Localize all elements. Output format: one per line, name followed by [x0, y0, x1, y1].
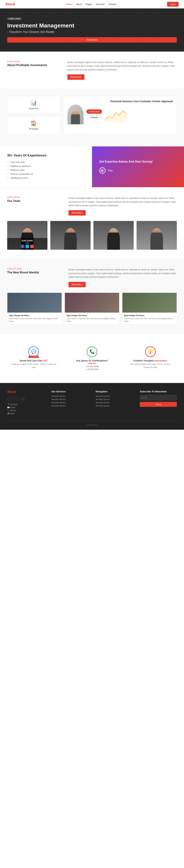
navbar: Stock Home About Pages Services Contact … [0, 0, 184, 8]
case-card-2-title: Eget Integer Sit Amet. [67, 314, 117, 316]
team-section: KNOW MORE Our Team Donec consequat sapie… [0, 187, 184, 259]
team-cta[interactable]: Read More [68, 210, 86, 216]
about-label: KNOW MORE [7, 61, 62, 63]
newsletter-input[interactable] [140, 395, 177, 400]
service-expenses[interactable]: 📊 Expenses [7, 96, 60, 114]
facebook-icon[interactable]: f [21, 245, 25, 248]
exp-title: 30+ Years Of Experiences [7, 154, 85, 157]
footer-nav-4: Security Service [96, 405, 133, 407]
case-card-3-title: Eget Integer Sit Amet. [124, 314, 175, 316]
case-cards: Eget Integer Sit Amet. Sed Pretium Lectu… [7, 292, 177, 324]
case-cta[interactable]: Read More [68, 282, 86, 287]
social-icons-1: f t in [9, 245, 46, 248]
footer-nav-3: Security Service [96, 402, 133, 404]
pill-investments[interactable]: Investments [86, 110, 102, 114]
team-overlay-1: Kelli Smith Ceo f t in [7, 238, 48, 250]
footer-nav-title: Navigation [96, 390, 133, 393]
footer-services: Our Services Security Service Security S… [51, 390, 88, 415]
contact-section: 💬 Live Support Email And Live Chat 24/7 … [0, 334, 184, 383]
phone-1: + 20 010 42340 [69, 365, 115, 368]
idea-title: Creative Thoughts Informatics [127, 359, 173, 362]
case-description: Donec consequat sapien ut leo cursus rho… [68, 268, 177, 279]
footer-linkedin[interactable]: in [20, 396, 25, 401]
team-cards: Kelli Smith Ceo f t in [7, 221, 177, 250]
linkedin-icon[interactable]: in [30, 245, 34, 248]
case-section: CASE STUDIES The New Brand Identity Done… [0, 259, 184, 333]
team-card-2 [50, 221, 91, 250]
footer-facebook[interactable]: f [7, 396, 12, 401]
team-label: KNOW MORE [7, 196, 61, 198]
hero-section: HOME / PAGE Investment Management - Tran… [0, 8, 184, 52]
exp-left: 30+ Years Of Experiences Cras iusto odio… [0, 146, 92, 187]
nav-home[interactable]: Home [66, 3, 72, 6]
team-role-1: Ceo [9, 242, 46, 244]
exp-item-5: Vestibulum at eros [7, 176, 85, 180]
nav-pages[interactable]: Pages [86, 3, 92, 6]
hero-cta[interactable]: Read More [7, 37, 177, 42]
case-card-3: Eget Integer Sit Amet. Sed Pretium Lectu… [122, 292, 177, 324]
nav-services[interactable]: Services [96, 3, 105, 6]
mortgage-label: Mortgage [11, 128, 56, 130]
case-top: CASE STUDIES The New Brand Identity Done… [7, 268, 177, 287]
about-section: KNOW MORE About Profitable Investments D… [0, 52, 184, 89]
footer-twitter[interactable]: t [14, 396, 19, 401]
case-card-1-title: Eget Integer Sit Amet. [9, 314, 60, 316]
team-left: KNOW MORE Our Team [7, 196, 61, 216]
newsletter-submit[interactable]: submit [140, 402, 177, 407]
services-top: 📊 Expenses 🏠 Mortgage Financial Services… [7, 96, 177, 134]
service-mortgage[interactable]: 🏠 Mortgage [7, 116, 60, 134]
nav-contact[interactable]: Contact [109, 3, 117, 6]
contact-chat: 💬 Live Support Email And Live Chat 24/7 … [7, 343, 60, 374]
play-label: Play [108, 169, 113, 172]
case-card-1-desc: Sed Pretium Lectus Non Risi. Elementum S… [9, 317, 60, 322]
idea-icon: 💡 [148, 349, 153, 354]
services-right-title: Financial Services Core Customer Centric… [67, 100, 173, 103]
footer-brand: Stock f t in 📍 Address 📧 Email 📞 Phone 🔗… [7, 390, 44, 415]
hero-title: Investment Management [7, 22, 177, 29]
case-label: CASE STUDIES [7, 268, 61, 270]
phone-2: + 20 010 3248 [69, 368, 115, 370]
footer-services-title: Our Services [51, 390, 88, 393]
login-button[interactable]: Login [167, 2, 179, 7]
team-name-1: Kelli Smith [9, 240, 46, 242]
team-right: Donec consequat sapien ut leo cursus rho… [68, 196, 177, 216]
idea-icon-wrap: 💡 [145, 346, 156, 357]
services-pills: Investments Finance [86, 110, 102, 120]
footer-navigation: Navigation Security Service Security Ser… [96, 390, 133, 415]
play-button[interactable]: ▶ [99, 167, 106, 174]
play-row: ▶ Play [99, 167, 113, 174]
contact-phone: 📞 Any Query Or Clarifications? Call Us +… [66, 343, 119, 374]
services-inner: Investments Finance [67, 104, 173, 124]
chart-svg [105, 107, 126, 122]
newsletter-title: Subscribe To Newsletter [140, 390, 177, 393]
experience-section: 30+ Years Of Experiences Cras iusto odio… [0, 146, 184, 187]
pill-finance[interactable]: Finance [86, 115, 102, 120]
footer-services-list: Security Service Security Service Securi… [51, 395, 88, 407]
about-description: Donec consequat sapien ut leo cursus rho… [67, 61, 177, 71]
exp-item-3: Morbi leo risus [7, 168, 85, 172]
exp-item-2: Dapibus ac facilisis in [7, 164, 85, 168]
footer-nav-1: Security Service [96, 395, 133, 397]
case-title: The New Brand Identity [7, 271, 61, 274]
about-title: About Profitable Investments [7, 64, 62, 67]
team-card-3 [93, 221, 134, 250]
contact-ideas: 💡 Creative Thoughts Informatics Riso ult… [124, 343, 177, 374]
idea-desc: Riso ultrices ligula sed magna Donec, su… [127, 363, 173, 369]
exp-item-1: Cras iusto odio [7, 160, 85, 164]
twitter-icon[interactable]: t [26, 245, 29, 248]
about-left: KNOW MORE About Profitable Investments [7, 61, 62, 80]
expenses-label: Expenses [11, 107, 56, 110]
contact-cards: 💬 Live Support Email And Live Chat 24/7 … [7, 343, 177, 374]
expenses-icon: 📊 [11, 100, 56, 106]
nav-about[interactable]: About [76, 3, 82, 6]
team-top: KNOW MORE Our Team Donec consequat sapie… [7, 196, 177, 216]
footer-web: 🔗 Web [7, 412, 44, 415]
chat-title: Email And Live Chat 24/7 [11, 359, 57, 362]
footer-nav-list: Security Service Security Service Securi… [96, 395, 133, 407]
services-right: Financial Services Core Customer Centric… [64, 96, 177, 134]
team-card-4 [136, 221, 177, 250]
chat-icon: 💬 [31, 349, 36, 354]
site-logo[interactable]: Stock [5, 2, 15, 6]
footer-nav-2: Security Service [96, 398, 133, 400]
about-cta[interactable]: Read More [67, 74, 85, 80]
